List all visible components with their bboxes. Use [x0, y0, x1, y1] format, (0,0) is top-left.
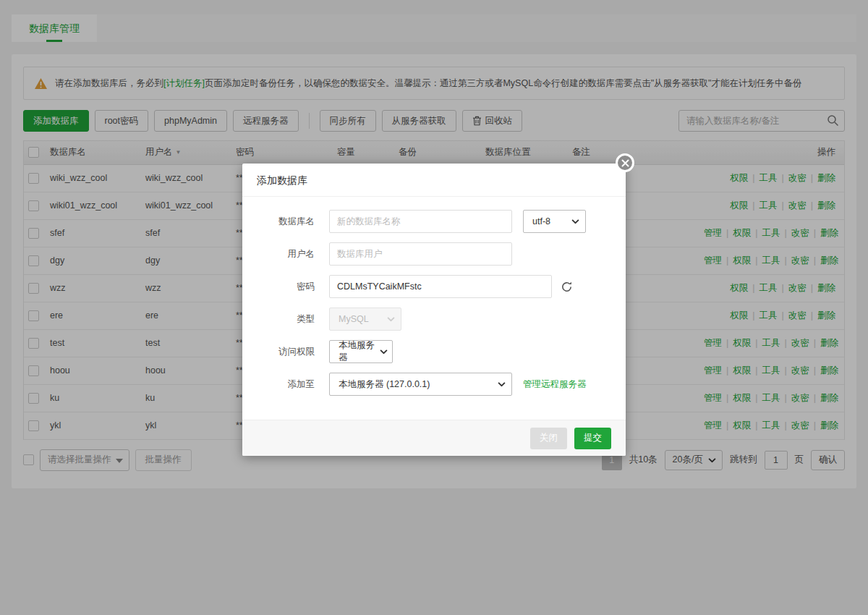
modal-close-button[interactable]: 关闭: [530, 428, 567, 449]
username-label: 用户名: [242, 248, 315, 260]
access-label: 访问权限: [242, 346, 315, 358]
dbname-input[interactable]: [329, 210, 512, 233]
password-input[interactable]: [329, 275, 552, 298]
add-database-modal: 添加数据库 数据库名 utf-8 用户名 密码 类型 MySQL: [242, 164, 626, 456]
addto-field-row: 添加至 本地服务器 (127.0.0.1) 管理远程服务器: [242, 373, 626, 396]
charset-select[interactable]: utf-8: [523, 210, 586, 233]
chevron-down-icon: [387, 317, 395, 322]
modal-footer: 关闭 提交: [242, 420, 626, 456]
modal-close-icon[interactable]: [616, 153, 634, 172]
access-permission-select[interactable]: 本地服务器: [329, 340, 393, 363]
type-field-row: 类型 MySQL: [242, 308, 626, 331]
password-field-row: 密码: [242, 275, 626, 298]
manage-remote-server-link[interactable]: 管理远程服务器: [523, 378, 587, 391]
regenerate-password-icon[interactable]: [561, 281, 573, 293]
access-permission-value: 本地服务器: [339, 339, 375, 364]
dbname-label: 数据库名: [242, 216, 315, 228]
charset-value: utf-8: [532, 216, 550, 226]
type-label: 类型: [242, 313, 315, 326]
chevron-down-icon: [498, 382, 506, 387]
chevron-down-icon: [380, 349, 388, 355]
access-field-row: 访问权限 本地服务器: [242, 340, 626, 363]
dbname-field-row: 数据库名 utf-8: [242, 210, 626, 233]
db-type-value: MySQL: [339, 314, 369, 324]
modal-body: 数据库名 utf-8 用户名 密码 类型 MySQL: [242, 197, 626, 411]
modal-submit-button[interactable]: 提交: [574, 428, 611, 449]
chevron-down-icon: [571, 219, 579, 224]
addto-label: 添加至: [242, 378, 315, 391]
username-input[interactable]: [329, 242, 512, 266]
addto-server-select[interactable]: 本地服务器 (127.0.0.1): [329, 373, 512, 396]
addto-server-value: 本地服务器 (127.0.0.1): [339, 378, 430, 391]
modal-title: 添加数据库: [242, 164, 626, 197]
username-field-row: 用户名: [242, 242, 626, 266]
db-type-select: MySQL: [329, 308, 401, 331]
password-label: 密码: [242, 281, 315, 293]
